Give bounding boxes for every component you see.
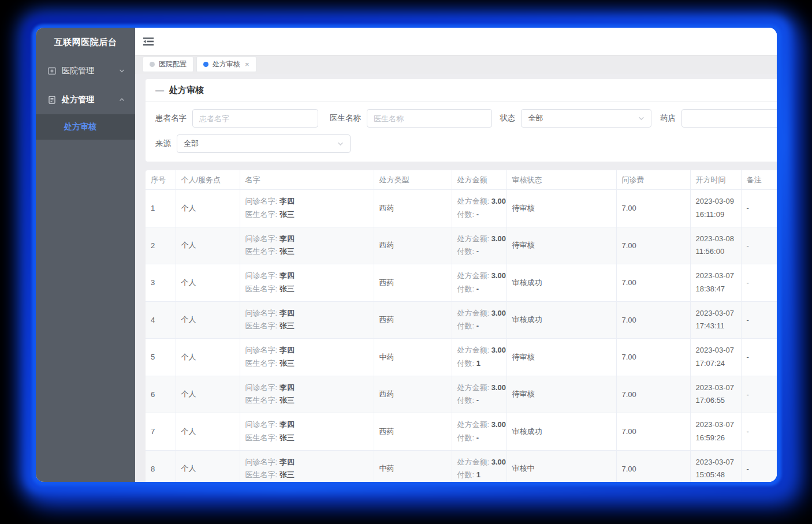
cell-name: 问诊名字: 李四 医生名字: 张三 <box>240 450 374 482</box>
cell-remark: - <box>741 413 777 451</box>
cell-status: 审核成功 <box>506 264 616 302</box>
sidebar-item-label: 处方管理 <box>62 95 119 105</box>
sidebar-collapse-button[interactable] <box>143 36 155 47</box>
column-header: 名字 <box>240 170 374 190</box>
tab-hospital-config[interactable]: 医院配置 <box>143 57 193 72</box>
filter-form: 患者名字 医生名称 状态 全部 药店 <box>146 102 777 162</box>
pharmacy-label: 药店 <box>660 113 676 123</box>
cell-seq: 5 <box>146 339 176 376</box>
column-header: 处方类型 <box>374 170 452 190</box>
menu-fold-icon <box>143 36 154 47</box>
tab-status-dot <box>150 62 155 67</box>
source-select-value: 全部 <box>184 139 199 149</box>
panel-header: — 处方审核 <box>146 79 777 102</box>
sidebar-item-hospital-management[interactable]: 医院管理 <box>36 57 135 85</box>
cell-type: 个人 <box>176 376 240 413</box>
cell-remark: - <box>741 227 777 264</box>
cell-seq: 6 <box>146 376 176 413</box>
table-row: 2 个人 问诊名字: 李四 医生名字: 张三 西药 处方金额: 3.00 付数:… <box>146 227 777 264</box>
cell-rx-type: 西药 <box>374 301 452 339</box>
cell-rx-type: 中药 <box>374 450 452 482</box>
cell-status: 待审核 <box>506 227 616 264</box>
cell-rx-type: 西药 <box>374 227 452 264</box>
cell-rx-type: 中药 <box>374 339 452 376</box>
chevron-down-icon <box>337 141 344 147</box>
pharmacy-input[interactable] <box>681 109 777 128</box>
doctor-name-label: 医生名称 <box>330 113 361 123</box>
prescription-table-card: 序号个人/服务点名字处方类型处方金额审核状态问诊费开方时间备注 1 个人 问诊名… <box>146 170 777 482</box>
table-row: 5 个人 问诊名字: 李四 医生名字: 张三 中药 处方金额: 3.00 付数:… <box>146 339 777 376</box>
status-select-value: 全部 <box>528 113 543 123</box>
cell-fee: 7.00 <box>616 301 690 339</box>
sidebar-item-label: 医院管理 <box>62 66 119 76</box>
source-select[interactable]: 全部 <box>177 134 351 153</box>
cell-status: 审核成功 <box>506 413 616 451</box>
column-header: 开方时间 <box>690 170 741 190</box>
cell-status: 审核中 <box>506 450 616 482</box>
sidebar-item-prescription-management[interactable]: 处方管理 <box>36 85 135 114</box>
status-select[interactable]: 全部 <box>521 109 651 128</box>
tab-status-dot <box>203 62 208 67</box>
cell-amount: 处方金额: 3.00 付数: - <box>452 190 506 227</box>
cell-remark: - <box>741 264 777 302</box>
doctor-name-input[interactable] <box>367 109 492 128</box>
cell-amount: 处方金额: 3.00 付数: 1 <box>452 339 506 376</box>
cell-fee: 7.00 <box>616 450 690 482</box>
cell-type: 个人 <box>176 190 240 227</box>
app-window: 互联网医院后台 医院管理 处方管理 处方审核 <box>36 28 777 482</box>
cell-amount: 处方金额: 3.00 付数: - <box>452 227 506 264</box>
tab-close-icon[interactable]: × <box>245 61 249 68</box>
table-body: 1 个人 问诊名字: 李四 医生名字: 张三 西药 处方金额: 3.00 付数:… <box>146 190 777 482</box>
table-row: 7 个人 问诊名字: 李四 医生名字: 张三 西药 处方金额: 3.00 付数:… <box>146 413 777 451</box>
tab-bar: 医院配置 处方审核 × <box>135 55 777 74</box>
page-content: — 处方审核 患者名字 医生名称 状态 全部 <box>135 74 777 482</box>
prescription-table: 序号个人/服务点名字处方类型处方金额审核状态问诊费开方时间备注 1 个人 问诊名… <box>146 170 777 482</box>
cell-name: 问诊名字: 李四 医生名字: 张三 <box>240 264 374 302</box>
column-header: 问诊费 <box>616 170 690 190</box>
column-header: 序号 <box>146 170 176 190</box>
cell-seq: 4 <box>146 301 176 339</box>
table-row: 1 个人 问诊名字: 李四 医生名字: 张三 西药 处方金额: 3.00 付数:… <box>146 190 777 227</box>
cell-amount: 处方金额: 3.00 付数: 1 <box>452 450 506 482</box>
cell-fee: 7.00 <box>616 227 690 264</box>
table-row: 4 个人 问诊名字: 李四 医生名字: 张三 西药 处方金额: 3.00 付数:… <box>146 301 777 339</box>
column-header: 审核状态 <box>506 170 616 190</box>
cell-type: 个人 <box>176 227 240 264</box>
cell-time: 2023-03-07 15:05:48 <box>690 450 741 482</box>
column-header: 处方金额 <box>452 170 506 190</box>
tab-prescription-review[interactable]: 处方审核 × <box>196 57 256 72</box>
cell-name: 问诊名字: 李四 医生名字: 张三 <box>240 376 374 413</box>
cell-name: 问诊名字: 李四 医生名字: 张三 <box>240 190 374 227</box>
cell-remark: - <box>741 339 777 376</box>
cell-time: 2023-03-08 11:56:00 <box>690 227 741 264</box>
cell-seq: 7 <box>146 413 176 451</box>
cell-type: 个人 <box>176 450 240 482</box>
sidebar-subitem-label: 处方审核 <box>64 122 96 132</box>
cell-seq: 1 <box>146 190 176 227</box>
cell-type: 个人 <box>176 264 240 302</box>
chevron-down-icon <box>119 68 125 74</box>
cell-type: 个人 <box>176 413 240 451</box>
cell-time: 2023-03-07 17:06:55 <box>690 376 741 413</box>
patient-name-input[interactable] <box>192 109 318 128</box>
cell-remark: - <box>741 301 777 339</box>
cell-remark: - <box>741 376 777 413</box>
cell-remark: - <box>741 450 777 482</box>
cell-time: 2023-03-09 16:11:09 <box>690 190 741 227</box>
table-row: 8 个人 问诊名字: 李四 医生名字: 张三 中药 处方金额: 3.00 付数:… <box>146 450 777 482</box>
sidebar-item-prescription-review[interactable]: 处方审核 <box>36 114 135 140</box>
cell-fee: 7.00 <box>616 190 690 227</box>
cell-amount: 处方金额: 3.00 付数: - <box>452 301 506 339</box>
prescription-management-icon <box>47 95 57 104</box>
cell-name: 问诊名字: 李四 医生名字: 张三 <box>240 413 374 451</box>
table-row: 6 个人 问诊名字: 李四 医生名字: 张三 西药 处方金额: 3.00 付数:… <box>146 376 777 413</box>
tab-label: 处方审核 <box>213 59 240 69</box>
chevron-up-icon <box>119 97 125 103</box>
cell-rx-type: 西药 <box>374 190 452 227</box>
cell-seq: 8 <box>146 450 176 482</box>
cell-remark: - <box>741 190 777 227</box>
filter-card: — 处方审核 患者名字 医生名称 状态 全部 <box>146 79 777 162</box>
cell-fee: 7.00 <box>616 339 690 376</box>
collapse-panel-icon[interactable]: — <box>155 85 164 95</box>
cell-name: 问诊名字: 李四 医生名字: 张三 <box>240 339 374 376</box>
